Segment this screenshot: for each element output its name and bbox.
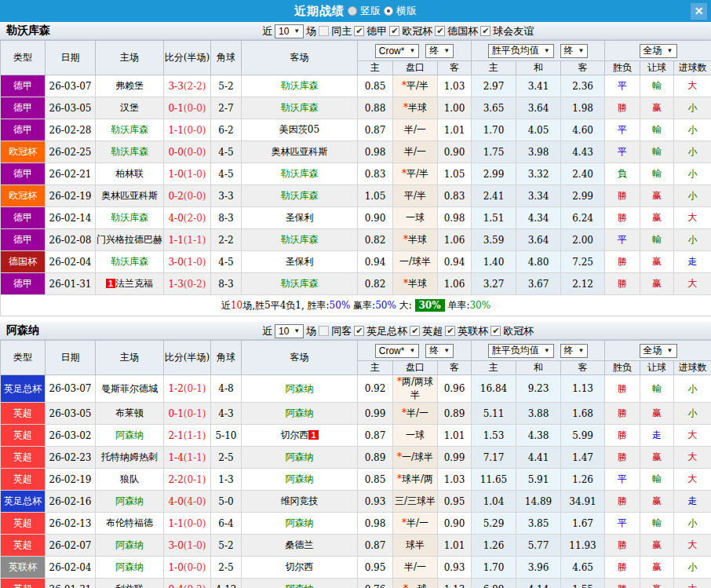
home-team-cell: 汉堡 [96, 97, 164, 119]
handicap-result-cell: 赢 [640, 207, 674, 229]
match-count-value: 10 [279, 326, 289, 337]
final-odds-select-2[interactable]: 终▼ [560, 344, 589, 358]
avg-home-cell: 3.59 [472, 229, 516, 251]
avg-home-cell: 1.26 [472, 535, 516, 557]
outcome-cell: 平 [605, 141, 640, 163]
outcome-cell: 平 [605, 75, 640, 97]
same-home-label: 同主 [331, 24, 352, 38]
score-cell: 1-4(1-1) [164, 447, 211, 469]
competition-badge: 欧冠杯 [1, 141, 46, 163]
home-team-cell: 勒沃库森 [96, 119, 164, 141]
avg-home-cell: 5.11 [472, 403, 516, 425]
team-name: 勒沃库森 [6, 24, 50, 38]
comp-label-0: 德甲 [366, 24, 387, 38]
match-count-select[interactable]: 10 ▼ [275, 324, 304, 338]
home-team-cell: 狼队 [96, 469, 164, 491]
chevron-down-icon: ▼ [544, 347, 550, 354]
comp-checkbox-2[interactable]: ✔ [445, 326, 455, 336]
same-away-checkbox[interactable] [319, 326, 329, 336]
match-date: 26-02-14 [46, 207, 96, 229]
comp-checkbox-1[interactable]: ✔ [410, 326, 420, 336]
competition-badge: 英超 [1, 447, 46, 469]
corners-cell: 3-3 [211, 185, 242, 207]
section-header-bar: 阿森纳 近 10 ▼ 场 同客 ✔ 英足总杯 ✔ 英超 ✔ 英联杯 ✔ 欧冠杯 [0, 322, 711, 340]
home-odds-cell: 0.87 [358, 119, 393, 141]
section-header-bar: 勒沃库森 近 10 ▼ 场 同主 ✔ 德甲 ✔ 欧冠杯 ✔ 德国杯 ✔ 球会友谊 [0, 22, 711, 40]
handicap-cell: 平/半 [393, 185, 438, 207]
outcome-cell: 勝 [605, 273, 640, 295]
handicap-result-cell: 輸 [640, 163, 674, 185]
handicap-result-cell: 輸 [640, 119, 674, 141]
avg-away-cell: 4.60 [561, 119, 605, 141]
corners-cell: 2-5 [211, 557, 242, 579]
team-section-leverkusen: 勒沃库森 近 10 ▼ 场 同主 ✔ 德甲 ✔ 欧冠杯 ✔ 德国杯 ✔ 球会友谊 [0, 22, 711, 316]
goals-result-cell: 小 [674, 141, 711, 163]
match-row: 英超26-03-05布莱顿0-1(0-1)4-3阿森纳0.99*半/一0.895… [1, 403, 711, 425]
match-date: 26-01-31 [46, 579, 96, 588]
home-team-cell: 勒沃库森 [96, 207, 164, 229]
corners-cell: 5-2 [211, 75, 242, 97]
team-name: 阿森纳 [6, 323, 39, 338]
corners-cell: 2-7 [211, 97, 242, 119]
competition-badge: 德甲 [1, 119, 46, 141]
final-odds-select[interactable]: 终▼ [425, 44, 454, 58]
competition-badge: 德甲 [1, 163, 46, 185]
comp-checkbox-3[interactable]: ✔ [490, 326, 501, 336]
same-home-checkbox[interactable] [319, 26, 329, 36]
avg-draw-cell: 5.77 [516, 535, 561, 557]
handicap-cell: 一/球半 [393, 251, 438, 273]
final-odds-select-2[interactable]: 终▼ [560, 44, 589, 58]
match-date: 26-02-21 [46, 163, 96, 185]
avg-odds-select[interactable]: 胜平负均值▼ [488, 344, 554, 358]
comp-checkbox-3[interactable]: ✔ [480, 26, 490, 36]
competition-badge: 英联杯 [1, 557, 46, 579]
corners-cell: 5-0 [211, 491, 242, 513]
avg-away-cell: 1.26 [561, 469, 605, 491]
match-count-select[interactable]: 10 ▼ [275, 24, 304, 38]
odds-company-select[interactable]: Crow*▼ [375, 344, 420, 358]
horizontal-layout-radio[interactable] [384, 6, 393, 16]
match-date: 26-02-04 [46, 251, 96, 273]
col-corners: 角球 [211, 41, 242, 75]
comp-checkbox-1[interactable]: ✔ [389, 26, 399, 36]
score-cell: 4-0(2-0) [164, 207, 211, 229]
avg-away-cell: 6.24 [561, 207, 605, 229]
close-icon[interactable]: ✕ [691, 3, 707, 20]
goals-result-cell: 小 [674, 163, 711, 185]
handicap-result-cell: 赢 [640, 579, 674, 588]
competition-badge: 英超 [1, 535, 46, 557]
odds-company-select[interactable]: Crow*▼ [375, 44, 420, 58]
home-odds-cell: 0.98 [358, 141, 393, 163]
handicap-result-cell: 輸 [640, 229, 674, 251]
home-odds-cell: 0.85 [358, 469, 393, 491]
comp-checkbox-0[interactable]: ✔ [354, 26, 364, 36]
goals-result-cell: 小 [674, 513, 711, 535]
fulltime-select[interactable]: 全场▼ [640, 44, 677, 58]
score-cell: 3-0(1-0) [164, 251, 211, 273]
handicap-cell: *平/半 [393, 163, 438, 185]
away-team-cell: 勒沃库森 [242, 229, 358, 251]
comp-checkbox-0[interactable]: ✔ [354, 326, 364, 336]
match-row: 德甲26-02-14勒沃库森4-0(2-0)8-3圣保利0.90一球0.981.… [1, 207, 711, 229]
avg-odds-select[interactable]: 胜平负均值▼ [488, 44, 554, 58]
competition-badge: 英超 [1, 513, 46, 535]
chevron-down-icon: ▼ [294, 27, 300, 35]
avg-away-cell: 2.99 [561, 185, 605, 207]
comp-checkbox-2[interactable]: ✔ [435, 26, 445, 36]
avg-draw-cell: 3.32 [516, 163, 561, 185]
home-team-cell: 托特纳姆热刺 [96, 447, 164, 469]
handicap-result-cell: 輸 [640, 469, 674, 491]
avg-home-cell: 2.99 [472, 163, 516, 185]
fulltime-select[interactable]: 全场▼ [640, 344, 677, 358]
comp-label-0: 英足总杯 [366, 324, 407, 338]
avg-home-cell: 1.70 [472, 557, 516, 579]
col-home: 主场 [96, 341, 164, 375]
vertical-layout-radio[interactable] [348, 6, 357, 16]
handicap-cell: 球半 [393, 535, 438, 557]
score-cell: 0-0(0-0) [164, 141, 211, 163]
handicap-cell: 半/一 [393, 557, 438, 579]
match-date: 26-02-08 [46, 229, 96, 251]
final-odds-select[interactable]: 终▼ [425, 344, 454, 358]
outcome-cell: 平 [605, 229, 640, 251]
match-date: 26-01-31 [46, 273, 96, 295]
